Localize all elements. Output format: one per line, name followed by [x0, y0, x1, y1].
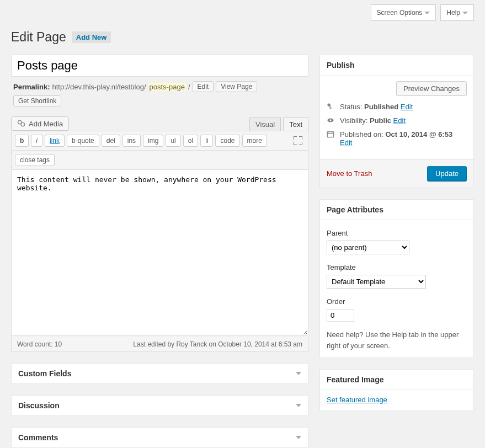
fullscreen-icon[interactable]	[294, 136, 302, 145]
eye-icon	[327, 116, 335, 124]
qt-ins[interactable]: ins	[122, 135, 141, 147]
page-title: Edit Page Add New	[11, 26, 474, 47]
tab-visual[interactable]: Visual	[249, 118, 281, 131]
view-page-button[interactable]: View Page	[216, 81, 257, 92]
page-attributes-header[interactable]: Page Attributes	[320, 200, 473, 220]
media-icon	[17, 119, 26, 128]
qt-img[interactable]: img	[143, 135, 163, 147]
help-text: Need help? Use the Help tab in the upper…	[327, 329, 467, 351]
qt-del[interactable]: del	[102, 135, 120, 147]
template-select[interactable]: Default Template	[327, 275, 426, 289]
content-textarea[interactable]: This content will never be shown, anywhe…	[11, 170, 308, 335]
template-label: Template	[327, 263, 467, 271]
screen-options-button[interactable]: Screen Options	[371, 4, 436, 21]
calendar-icon	[327, 130, 335, 138]
edit-visibility-link[interactable]: Edit	[393, 116, 406, 125]
key-icon	[327, 103, 335, 110]
chevron-down-icon	[424, 12, 430, 14]
svg-point-6	[330, 120, 332, 121]
qt-li[interactable]: li	[200, 135, 213, 147]
tab-text[interactable]: Text	[283, 118, 308, 131]
permalink-base: http://dev.this-play.nl/testblog/	[52, 83, 146, 91]
help-button[interactable]: Help	[440, 4, 474, 21]
metabox-discussion[interactable]: Discussion	[12, 396, 308, 415]
add-new-button[interactable]: Add New	[72, 31, 111, 43]
order-input[interactable]	[327, 309, 354, 322]
qt-bold[interactable]: b	[15, 135, 29, 147]
publish-box-header[interactable]: Publish	[320, 55, 473, 76]
svg-point-1	[21, 122, 24, 126]
update-button[interactable]: Update	[427, 166, 467, 181]
last-edited: Last edited by Roy Tanck on October 10, …	[133, 340, 302, 348]
qt-ol[interactable]: ol	[183, 135, 198, 147]
edit-date-link[interactable]: Edit	[340, 138, 352, 147]
set-featured-image-link[interactable]: Set featured image	[327, 396, 387, 404]
move-to-trash-link[interactable]: Move to Trash	[327, 169, 372, 178]
qt-close-tags[interactable]: close tags	[15, 154, 55, 166]
parent-select[interactable]: (no parent)	[327, 241, 409, 254]
svg-rect-4	[330, 108, 332, 108]
metabox-comments[interactable]: Comments	[12, 428, 308, 447]
qt-link[interactable]: link	[45, 135, 65, 147]
permalink-label: Permalink:	[13, 83, 50, 91]
word-count: Word count: 10	[17, 340, 62, 348]
qt-code[interactable]: code	[215, 135, 239, 147]
post-title-input[interactable]	[11, 55, 308, 77]
featured-image-header[interactable]: Featured Image	[320, 370, 473, 390]
chevron-down-icon	[296, 436, 301, 439]
svg-rect-3	[330, 106, 331, 109]
qt-ul[interactable]: ul	[166, 135, 180, 147]
edit-slug-button[interactable]: Edit	[193, 81, 214, 92]
chevron-down-icon	[462, 12, 468, 14]
edit-status-link[interactable]: Edit	[401, 103, 413, 111]
qt-bquote[interactable]: b-quote	[67, 135, 99, 147]
order-label: Order	[327, 297, 467, 306]
chevron-down-icon	[296, 404, 301, 407]
get-shortlink-button[interactable]: Get Shortlink	[13, 95, 61, 106]
qt-italic[interactable]: i	[31, 135, 42, 147]
permalink-slug: posts-page	[148, 83, 186, 91]
chevron-down-icon	[296, 372, 301, 375]
svg-rect-7	[327, 132, 333, 137]
qt-more[interactable]: more	[242, 135, 267, 147]
metabox-custom-fields[interactable]: Custom Fields	[12, 364, 308, 383]
add-media-button[interactable]: Add Media	[11, 116, 69, 131]
parent-label: Parent	[327, 229, 467, 237]
preview-changes-button[interactable]: Preview Changes	[396, 81, 467, 96]
